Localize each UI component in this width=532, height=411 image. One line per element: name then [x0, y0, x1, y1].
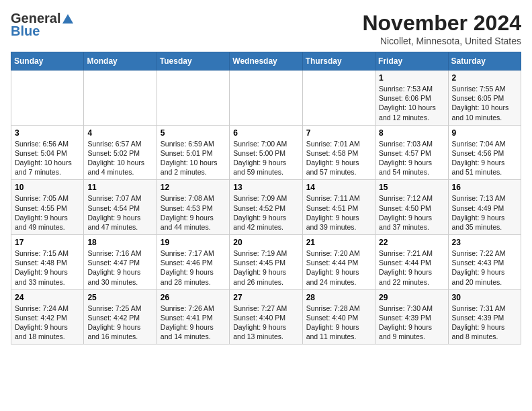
calendar-header-row: SundayMondayTuesdayWednesdayThursdayFrid… [11, 52, 521, 71]
day-info: Sunrise: 7:04 AMSunset: 4:56 PMDaylight:… [452, 139, 517, 177]
calendar-cell: 7Sunrise: 7:01 AMSunset: 4:58 PMDaylight… [302, 125, 375, 180]
calendar-cell [84, 71, 157, 126]
logo-triangle-icon [62, 13, 74, 25]
day-number: 4 [87, 128, 152, 138]
calendar-header-thursday: Thursday [302, 52, 375, 71]
calendar-cell: 5Sunrise: 6:59 AMSunset: 5:01 PMDaylight… [157, 125, 229, 180]
logo: General Blue [11, 11, 74, 39]
day-number: 18 [87, 238, 152, 247]
calendar-header-wednesday: Wednesday [230, 52, 302, 71]
calendar-cell: 10Sunrise: 7:05 AMSunset: 4:55 PMDayligh… [11, 180, 84, 235]
calendar-cell [230, 71, 302, 126]
calendar-week-row: 3Sunrise: 6:56 AMSunset: 5:04 PMDaylight… [11, 125, 521, 180]
calendar-header-saturday: Saturday [448, 52, 521, 71]
day-info: Sunrise: 7:22 AMSunset: 4:43 PMDaylight:… [452, 248, 517, 287]
calendar-week-row: 24Sunrise: 7:24 AMSunset: 4:42 PMDayligh… [11, 289, 521, 345]
calendar-cell: 30Sunrise: 7:31 AMSunset: 4:39 PMDayligh… [448, 289, 521, 345]
calendar-cell: 28Sunrise: 7:28 AMSunset: 4:40 PMDayligh… [302, 289, 375, 345]
day-number: 15 [379, 183, 444, 192]
page-title: November 2024 [362, 11, 521, 36]
day-number: 20 [233, 238, 298, 247]
day-number: 30 [452, 293, 517, 302]
day-number: 12 [161, 183, 226, 192]
day-number: 29 [379, 293, 444, 302]
calendar-cell: 15Sunrise: 7:12 AMSunset: 4:50 PMDayligh… [375, 180, 448, 235]
page-subtitle: Nicollet, Minnesota, United States [362, 36, 521, 46]
day-info: Sunrise: 6:56 AMSunset: 5:04 PMDaylight:… [15, 139, 80, 177]
day-info: Sunrise: 7:27 AMSunset: 4:40 PMDaylight:… [233, 304, 298, 342]
calendar-week-row: 10Sunrise: 7:05 AMSunset: 4:55 PMDayligh… [11, 180, 521, 235]
day-info: Sunrise: 7:01 AMSunset: 4:58 PMDaylight:… [306, 139, 371, 177]
day-number: 7 [306, 128, 371, 138]
day-info: Sunrise: 7:55 AMSunset: 6:05 PMDaylight:… [452, 84, 517, 122]
title-block: November 2024 Nicollet, Minnesota, Unite… [362, 11, 521, 46]
day-info: Sunrise: 7:12 AMSunset: 4:50 PMDaylight:… [379, 193, 444, 232]
day-number: 19 [161, 238, 226, 247]
day-info: Sunrise: 7:15 AMSunset: 4:48 PMDaylight:… [15, 248, 80, 287]
calendar-cell: 23Sunrise: 7:22 AMSunset: 4:43 PMDayligh… [448, 235, 521, 290]
logo-blue: Blue [11, 24, 40, 39]
calendar-cell: 26Sunrise: 7:26 AMSunset: 4:41 PMDayligh… [157, 289, 229, 345]
calendar-cell: 27Sunrise: 7:27 AMSunset: 4:40 PMDayligh… [230, 289, 302, 345]
calendar-cell: 12Sunrise: 7:08 AMSunset: 4:53 PMDayligh… [157, 180, 229, 235]
calendar-cell: 19Sunrise: 7:17 AMSunset: 4:46 PMDayligh… [157, 235, 229, 290]
calendar-cell: 9Sunrise: 7:04 AMSunset: 4:56 PMDaylight… [448, 125, 521, 180]
svg-marker-0 [62, 14, 73, 24]
day-number: 25 [87, 293, 152, 302]
day-info: Sunrise: 7:13 AMSunset: 4:49 PMDaylight:… [452, 193, 517, 232]
day-info: Sunrise: 7:03 AMSunset: 4:57 PMDaylight:… [379, 139, 444, 177]
calendar-cell: 18Sunrise: 7:16 AMSunset: 4:47 PMDayligh… [84, 235, 157, 290]
day-number: 8 [379, 128, 444, 138]
calendar-cell: 20Sunrise: 7:19 AMSunset: 4:45 PMDayligh… [230, 235, 302, 290]
calendar-cell [157, 71, 229, 126]
day-info: Sunrise: 7:25 AMSunset: 4:42 PMDaylight:… [87, 304, 152, 342]
calendar-cell: 17Sunrise: 7:15 AMSunset: 4:48 PMDayligh… [11, 235, 84, 290]
calendar-table: SundayMondayTuesdayWednesdayThursdayFrid… [11, 52, 521, 345]
page-header: General Blue November 2024 Nicollet, Min… [11, 11, 521, 46]
day-info: Sunrise: 6:57 AMSunset: 5:02 PMDaylight:… [87, 139, 152, 177]
day-number: 17 [15, 238, 80, 247]
day-info: Sunrise: 7:53 AMSunset: 6:06 PMDaylight:… [379, 84, 444, 122]
calendar-week-row: 1Sunrise: 7:53 AMSunset: 6:06 PMDaylight… [11, 71, 521, 126]
day-number: 1 [379, 73, 444, 83]
day-info: Sunrise: 7:26 AMSunset: 4:41 PMDaylight:… [161, 304, 226, 342]
day-info: Sunrise: 7:08 AMSunset: 4:53 PMDaylight:… [161, 193, 226, 232]
calendar-cell: 3Sunrise: 6:56 AMSunset: 5:04 PMDaylight… [11, 125, 84, 180]
calendar-cell: 21Sunrise: 7:20 AMSunset: 4:44 PMDayligh… [302, 235, 375, 290]
day-info: Sunrise: 7:07 AMSunset: 4:54 PMDaylight:… [87, 193, 152, 232]
day-number: 5 [161, 128, 226, 138]
day-info: Sunrise: 7:09 AMSunset: 4:52 PMDaylight:… [233, 193, 298, 232]
day-info: Sunrise: 7:31 AMSunset: 4:39 PMDaylight:… [452, 304, 517, 342]
day-info: Sunrise: 7:21 AMSunset: 4:44 PMDaylight:… [379, 248, 444, 287]
day-number: 28 [306, 293, 371, 302]
calendar-cell [11, 71, 84, 126]
calendar-cell: 29Sunrise: 7:30 AMSunset: 4:39 PMDayligh… [375, 289, 448, 345]
calendar-cell: 1Sunrise: 7:53 AMSunset: 6:06 PMDaylight… [375, 71, 448, 126]
calendar-cell [302, 71, 375, 126]
calendar-cell: 11Sunrise: 7:07 AMSunset: 4:54 PMDayligh… [84, 180, 157, 235]
calendar-cell: 6Sunrise: 7:00 AMSunset: 5:00 PMDaylight… [230, 125, 302, 180]
day-number: 10 [15, 183, 80, 192]
day-info: Sunrise: 7:24 AMSunset: 4:42 PMDaylight:… [15, 304, 80, 342]
calendar-cell: 16Sunrise: 7:13 AMSunset: 4:49 PMDayligh… [448, 180, 521, 235]
day-number: 21 [306, 238, 371, 247]
day-info: Sunrise: 7:05 AMSunset: 4:55 PMDaylight:… [15, 193, 80, 232]
calendar-cell: 2Sunrise: 7:55 AMSunset: 6:05 PMDaylight… [448, 71, 521, 126]
calendar-cell: 8Sunrise: 7:03 AMSunset: 4:57 PMDaylight… [375, 125, 448, 180]
day-info: Sunrise: 7:16 AMSunset: 4:47 PMDaylight:… [87, 248, 152, 287]
calendar-cell: 14Sunrise: 7:11 AMSunset: 4:51 PMDayligh… [302, 180, 375, 235]
calendar-header-sunday: Sunday [11, 52, 84, 71]
calendar-cell: 24Sunrise: 7:24 AMSunset: 4:42 PMDayligh… [11, 289, 84, 345]
day-info: Sunrise: 7:20 AMSunset: 4:44 PMDaylight:… [306, 248, 371, 287]
day-info: Sunrise: 7:28 AMSunset: 4:40 PMDaylight:… [306, 304, 371, 342]
day-number: 9 [452, 128, 517, 138]
day-info: Sunrise: 7:30 AMSunset: 4:39 PMDaylight:… [379, 304, 444, 342]
calendar-cell: 13Sunrise: 7:09 AMSunset: 4:52 PMDayligh… [230, 180, 302, 235]
calendar-cell: 4Sunrise: 6:57 AMSunset: 5:02 PMDaylight… [84, 125, 157, 180]
day-number: 22 [379, 238, 444, 247]
calendar-header-tuesday: Tuesday [157, 52, 229, 71]
day-info: Sunrise: 7:19 AMSunset: 4:45 PMDaylight:… [233, 248, 298, 287]
day-number: 13 [233, 183, 298, 192]
day-number: 26 [161, 293, 226, 302]
day-info: Sunrise: 7:00 AMSunset: 5:00 PMDaylight:… [233, 139, 298, 177]
